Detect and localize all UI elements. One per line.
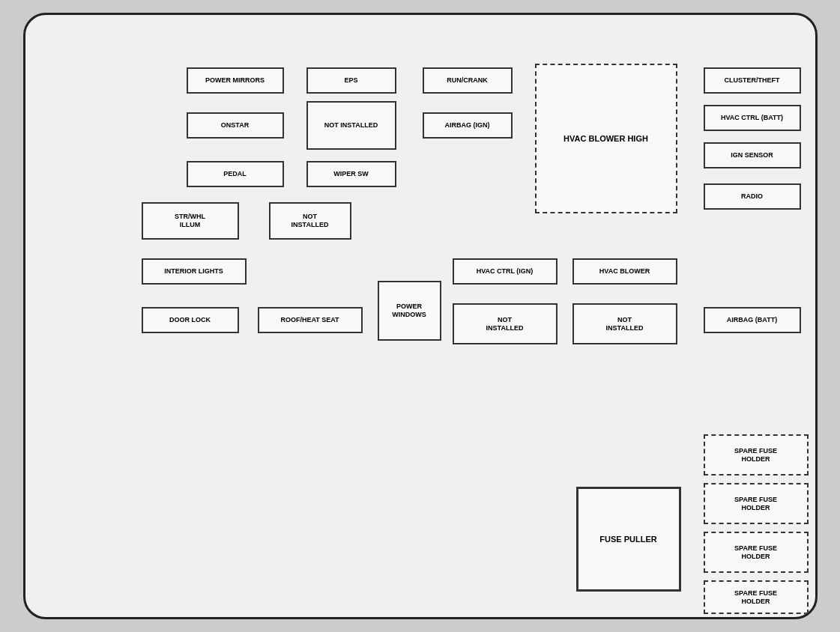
cluster-theft: CLUSTER/THEFT xyxy=(704,67,801,94)
power-windows: POWER WINDOWS xyxy=(378,281,441,341)
door-lock: DOOR LOCK xyxy=(142,307,239,333)
not-installed-4: NOT INSTALLED xyxy=(572,303,677,344)
run-crank: RUN/CRANK xyxy=(423,67,513,94)
spare-fuse-1: SPARE FUSE HOLDER xyxy=(704,434,809,475)
hvac-ctrl-batt: HVAC CTRL (BATT) xyxy=(704,105,801,131)
spare-fuse-4: SPARE FUSE HOLDER xyxy=(704,580,809,614)
onstar: ONSTAR xyxy=(187,112,284,139)
not-installed-2: NOT INSTALLED xyxy=(269,202,351,240)
fuse-panel: POWER MIRRORSEPSRUN/CRANKCLUSTER/THEFTON… xyxy=(23,13,818,619)
power-mirrors: POWER MIRRORS xyxy=(187,67,284,94)
not-installed-1: NOT INSTALLED xyxy=(306,101,396,150)
hvac-ctrl-ign: HVAC CTRL (IGN) xyxy=(453,258,558,285)
radio: RADIO xyxy=(704,183,801,210)
hvac-blower-high: HVAC BLOWER HIGH xyxy=(535,64,677,213)
interior-lights: INTERIOR LIGHTS xyxy=(142,258,247,285)
hvac-blower: HVAC BLOWER xyxy=(572,258,677,285)
pedal: PEDAL xyxy=(187,161,284,187)
not-installed-3: NOT INSTALLED xyxy=(453,303,558,344)
spare-fuse-3: SPARE FUSE HOLDER xyxy=(704,532,809,573)
roof-heat-seat: ROOF/HEAT SEAT xyxy=(258,307,363,333)
str-whl-illum: STR/WHL ILLUM xyxy=(142,202,239,240)
eps: EPS xyxy=(306,67,396,94)
fuse-puller: FUSE PULLER xyxy=(576,487,681,592)
wiper-sw: WIPER SW xyxy=(306,161,396,187)
airbag-ign: AIRBAG (IGN) xyxy=(423,112,513,139)
ign-sensor: IGN SENSOR xyxy=(704,142,801,168)
airbag-batt: AIRBAG (BATT) xyxy=(704,307,801,333)
spare-fuse-2: SPARE FUSE HOLDER xyxy=(704,483,809,524)
